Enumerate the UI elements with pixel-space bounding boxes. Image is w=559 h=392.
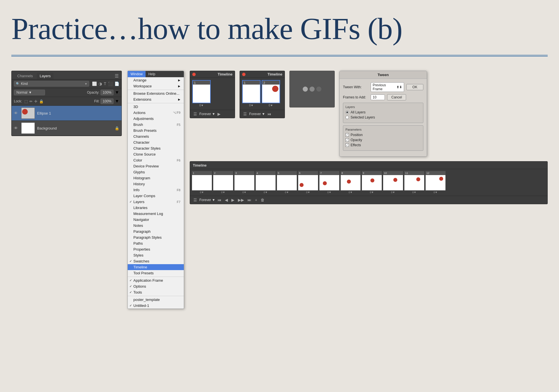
position-checkbox-row[interactable]: ✓ Position [345, 133, 421, 137]
mini-frame-delay[interactable]: 0▼ [348, 191, 353, 194]
mini-frame-box[interactable]: 12 [425, 171, 446, 191]
mini-tl-skip-fwd[interactable]: ⏭ [246, 197, 253, 203]
menu-item-layers[interactable]: ✓LayersF7 [128, 199, 184, 205]
timeline-close-btn-1[interactable] [192, 73, 196, 76]
mini-frame-delay[interactable]: 0▼ [391, 191, 395, 194]
menu-bar-window[interactable]: Window [128, 71, 146, 77]
selected-layers-radio-row[interactable]: Selected Layers [345, 115, 421, 119]
lock-move-icon[interactable]: ✛ [34, 99, 37, 104]
mini-frame-box[interactable]: 2 [213, 171, 233, 191]
tab-channels[interactable]: Channels [14, 73, 36, 79]
mini-frame-box[interactable]: 8 [340, 171, 361, 191]
menu-item-history[interactable]: History [128, 181, 184, 187]
mini-frame-box[interactable]: 7 [319, 171, 340, 191]
menu-item-color[interactable]: ColorF6 [128, 157, 184, 163]
mini-tl-play[interactable]: ▶ [230, 197, 236, 203]
menu-item-measurement-log[interactable]: Measurement Log [128, 211, 184, 217]
mini-frame-box[interactable]: 4 [255, 171, 276, 191]
mini-frame-delay[interactable]: 0▼ [370, 191, 374, 194]
layer-item[interactable]: 👁 Background 🔒 [12, 121, 121, 136]
tl2-menu-icon[interactable]: ☰ [242, 111, 248, 117]
mini-frame-delay[interactable]: 0▼ [285, 191, 289, 194]
frame-2-2-delay[interactable]: 0▼ [268, 103, 274, 107]
position-checkbox[interactable]: ✓ [345, 133, 349, 137]
lock-image-icon[interactable]: ✏ [29, 99, 33, 104]
timeline-close-btn-2[interactable] [242, 73, 246, 76]
tween-cancel-button[interactable]: Cancel [387, 94, 406, 100]
menu-item-untitled-1[interactable]: ✓Untitled-1 [128, 303, 184, 309]
tl2-back-icon[interactable]: ⏮ [266, 111, 272, 117]
mini-frame-delay[interactable]: 0▼ [200, 191, 204, 194]
tl-play-icon[interactable]: ▶ [216, 111, 222, 117]
kind-select[interactable]: 🔍 Kind ▼ [14, 81, 89, 87]
menu-item-info[interactable]: InfoF8 [128, 187, 184, 193]
menu-item-workspace[interactable]: Workspace▶ [128, 83, 184, 89]
lock-all-icon[interactable]: 🔒 [39, 99, 44, 104]
menu-item-properties[interactable]: Properties [128, 246, 184, 252]
menu-item-clone-source[interactable]: Clone Source [128, 151, 184, 157]
mini-frame-delay[interactable]: 0▼ [433, 191, 438, 194]
menu-item-timeline[interactable]: Timeline [128, 264, 184, 270]
selected-layers-radio[interactable] [345, 116, 349, 119]
mini-frame-box[interactable]: 9 [362, 171, 382, 191]
menu-item-brush[interactable]: BrushF5 [128, 122, 184, 128]
layer-visibility-icon[interactable]: 👁 [14, 126, 19, 130]
loop-select-1[interactable]: Forever ▼ [199, 112, 215, 116]
panel-menu-icon[interactable]: ☰ [115, 73, 119, 79]
opacity-checkbox[interactable]: ✓ [345, 138, 349, 142]
menu-item-options[interactable]: ✓Options [128, 283, 184, 289]
mini-frame-box[interactable]: 5 [277, 171, 297, 191]
menu-item-brush-presets[interactable]: Brush Presets [128, 128, 184, 133]
mini-frame-box[interactable]: 6 [298, 171, 318, 191]
menu-item-character[interactable]: Character [128, 139, 184, 145]
menu-item-browse-extensions-online[interactable]: Browse Extensions Online... [128, 91, 184, 96]
mini-frame-delay[interactable]: 0▼ [242, 191, 247, 194]
layer-item[interactable]: 👁 Ellipse 1 [12, 106, 121, 121]
menu-item-adjustments[interactable]: Adjustments [128, 116, 184, 122]
effects-checkbox-row[interactable]: ✓ Effects [345, 143, 421, 147]
effects-checkbox[interactable]: ✓ [345, 143, 349, 147]
mini-loop-select[interactable]: Forever ▼ [199, 198, 215, 202]
frame-2-1-box[interactable]: 1 [242, 80, 261, 103]
menu-item-device-preview[interactable]: Device Preview [128, 163, 184, 169]
frame-2-2-box[interactable]: 2 [262, 80, 280, 103]
frame-1-delay[interactable]: 0▼ [199, 103, 204, 107]
menu-item-layer-comps[interactable]: Layer Comps [128, 193, 184, 199]
tween-with-select[interactable]: Previous Frame ⬆⬇ [371, 82, 404, 92]
frame-2-1-delay[interactable]: 0▼ [249, 103, 254, 107]
opacity-checkbox-row[interactable]: ✓ Opacity [345, 138, 421, 142]
menu-item-paragraph-styles[interactable]: Paragraph Styles [128, 234, 184, 240]
mini-frame-box[interactable]: 3 [234, 171, 255, 191]
menu-item-swatches[interactable]: ✓Swatches [128, 258, 184, 264]
menu-item-paths[interactable]: Paths [128, 240, 184, 246]
mini-frame-delay[interactable]: 0▼ [221, 191, 225, 194]
filter-pixel-icon[interactable]: ⬜ [92, 81, 97, 86]
menu-item-histogram[interactable]: Histogram [128, 175, 184, 181]
mini-frame-box[interactable]: 1 [192, 171, 212, 191]
menu-item-3d[interactable]: 3D [128, 104, 184, 110]
all-layers-radio[interactable] [345, 111, 349, 114]
mini-frame-delay[interactable]: 0▼ [412, 191, 417, 194]
filter-shape-icon[interactable]: ⬛ [108, 81, 113, 86]
menu-item-glyphs[interactable]: Glyphs [128, 169, 184, 175]
menu-item-paragraph[interactable]: Paragraph [128, 229, 184, 234]
mini-frame-delay[interactable]: 0▼ [263, 191, 268, 194]
opacity-input[interactable]: 100% [101, 90, 114, 95]
menu-item-application-frame[interactable]: ✓Application Frame [128, 277, 184, 283]
mini-tl-prev[interactable]: ◀ [224, 197, 229, 203]
menu-item-notes[interactable]: Notes [128, 223, 184, 229]
menu-item-navigator[interactable]: Navigator [128, 217, 184, 223]
mini-tl-skip-back[interactable]: ⏮ [216, 197, 223, 203]
mini-frame-delay[interactable]: 0▼ [306, 191, 310, 194]
mini-tl-next[interactable]: ▶▶ [237, 197, 245, 203]
menu-item-arrange[interactable]: Arrange▶ [128, 77, 184, 83]
menu-item-libraries[interactable]: Libraries [128, 205, 184, 211]
menu-item-tools[interactable]: ✓Tools [128, 289, 184, 295]
mini-frame-box[interactable]: 10 [383, 171, 403, 191]
mini-tl-add-frame[interactable]: + [254, 197, 258, 203]
tl-menu-icon[interactable]: ☰ [192, 111, 198, 117]
menu-bar-help[interactable]: Help [146, 71, 158, 77]
mini-tl-menu-icon[interactable]: ☰ [192, 197, 198, 203]
tab-layers[interactable]: Layers [37, 73, 54, 79]
loop-select-2[interactable]: Forever ▼ [249, 112, 265, 116]
